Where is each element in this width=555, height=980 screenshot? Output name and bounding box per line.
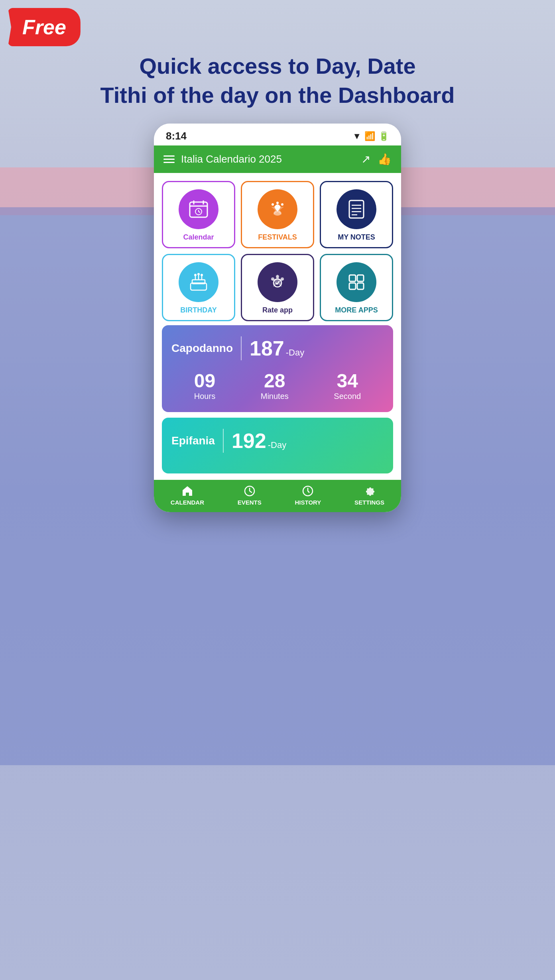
nav-settings-icon <box>363 485 376 497</box>
hamburger-icon[interactable] <box>163 155 175 163</box>
battery-icon: 🔋 <box>378 131 389 141</box>
moreapps-label: MORE APPS <box>335 306 378 314</box>
svg-rect-12 <box>349 200 364 218</box>
countdown-section: Capodanno 187 -Day 09 Hours 28 Minutes 3… <box>154 325 401 480</box>
mynotes-icon-circle <box>337 189 376 229</box>
calendar-icon-circle <box>179 189 218 229</box>
capodanno-days-label: -Day <box>286 348 304 358</box>
wifi-icon: ▼ <box>352 131 361 141</box>
svg-point-24 <box>201 274 203 276</box>
moreapps-card[interactable]: MORE APPS <box>320 254 393 321</box>
app-header-left: Italia Calendario 2025 <box>163 153 282 165</box>
svg-line-6 <box>199 212 200 212</box>
mynotes-card[interactable]: MY NOTES <box>320 181 393 248</box>
capodanno-days: 187 -Day <box>250 336 304 360</box>
free-badge: Free <box>8 8 81 46</box>
countdown-card-capodanno: Capodanno 187 -Day 09 Hours 28 Minutes 3… <box>162 325 393 412</box>
rateapp-icon-circle <box>258 262 297 302</box>
countdown-top-2: Epifania 192 -Day <box>171 429 384 453</box>
mynotes-svg-icon <box>346 199 367 220</box>
app-header: Italia Calendario 2025 ↗ 👍 <box>154 145 401 173</box>
capodanno-seconds: 34 Second <box>334 370 361 401</box>
epifania-days: 192 -Day <box>232 429 286 453</box>
bottom-nav: CALENDAR EVENTS HISTORY SETTINGS <box>154 480 401 512</box>
capodanno-minutes-label: Minutes <box>261 392 289 401</box>
capodanno-hours-label: Hours <box>194 392 215 401</box>
nav-history-icon <box>301 485 314 497</box>
countdown-divider-2 <box>223 429 224 453</box>
birthday-label: BIRTHDAY <box>180 306 216 314</box>
svg-point-28 <box>281 277 284 281</box>
headline-line1: Quick access to Day, Date <box>24 52 531 81</box>
countdown-divider-1 <box>241 336 242 360</box>
capodanno-minutes-num: 28 <box>261 370 289 392</box>
festivals-label: FESTIVALS <box>258 233 297 242</box>
capodanno-days-num: 187 <box>250 336 284 360</box>
svg-point-22 <box>194 274 197 276</box>
calendar-label: Calendar <box>183 233 214 242</box>
rateapp-svg-icon <box>267 272 288 293</box>
nav-calendar-label: CALENDAR <box>171 499 204 506</box>
moreapps-svg-icon <box>346 272 367 293</box>
signal-icon: 📶 <box>364 131 375 141</box>
nav-events-label: EVENTS <box>238 499 262 506</box>
nav-events-icon <box>243 485 256 497</box>
svg-point-27 <box>271 277 274 281</box>
icon-grid: Calendar FESTIVALS <box>154 173 401 325</box>
calendar-card[interactable]: Calendar <box>162 181 235 248</box>
svg-rect-31 <box>357 275 364 281</box>
nav-settings-label: SETTINGS <box>354 499 384 506</box>
rateapp-label: Rate app <box>262 306 293 314</box>
status-icons: ▼ 📶 🔋 <box>352 131 389 141</box>
epifania-days-label: -Day <box>268 440 286 450</box>
festivals-icon-circle <box>258 189 297 229</box>
svg-point-10 <box>281 203 283 206</box>
svg-point-11 <box>276 202 279 204</box>
nav-events[interactable]: EVENTS <box>238 485 262 506</box>
capodanno-name: Capodanno <box>171 342 233 355</box>
capodanno-hours-num: 09 <box>194 370 215 392</box>
nav-history-label: HISTORY <box>295 499 321 506</box>
capodanno-seconds-label: Second <box>334 392 361 401</box>
mynotes-label: MY NOTES <box>338 233 375 242</box>
svg-point-9 <box>272 203 274 206</box>
countdown-card-epifania: Epifania 192 -Day <box>162 418 393 473</box>
svg-point-23 <box>197 273 200 275</box>
svg-rect-30 <box>349 275 356 281</box>
thumbsup-icon[interactable]: 👍 <box>378 153 392 166</box>
moreapps-icon-circle <box>337 262 376 302</box>
nav-calendar-icon <box>181 485 194 497</box>
birthday-svg-icon <box>188 272 209 293</box>
countdown-top-1: Capodanno 187 -Day <box>171 336 384 360</box>
share-icon[interactable]: ↗ <box>361 153 370 166</box>
capodanno-minutes: 28 Minutes <box>261 370 289 401</box>
nav-history[interactable]: HISTORY <box>295 485 321 506</box>
capodanno-time: 09 Hours 28 Minutes 34 Second <box>171 370 384 401</box>
nav-calendar[interactable]: CALENDAR <box>171 485 204 506</box>
epifania-name: Epifania <box>171 434 215 447</box>
nav-settings[interactable]: SETTINGS <box>354 485 384 506</box>
festivals-card[interactable]: FESTIVALS <box>241 181 314 248</box>
epifania-days-num: 192 <box>232 429 266 453</box>
status-time: 8:14 <box>166 130 187 142</box>
status-bar: 8:14 ▼ 📶 🔋 <box>154 124 401 145</box>
app-title: Italia Calendario 2025 <box>181 153 282 165</box>
capodanno-seconds-num: 34 <box>334 370 361 392</box>
rateapp-card[interactable]: Rate app <box>241 254 314 321</box>
svg-line-39 <box>308 491 309 493</box>
birthday-icon-circle <box>179 262 218 302</box>
svg-point-29 <box>276 275 279 278</box>
svg-rect-33 <box>357 283 364 289</box>
svg-line-36 <box>250 491 252 493</box>
capodanno-hours: 09 Hours <box>194 370 215 401</box>
headline: Quick access to Day, Date Tithi of the d… <box>0 52 555 110</box>
festivals-svg-icon <box>267 199 288 220</box>
app-header-right: ↗ 👍 <box>361 153 392 166</box>
calendar-svg-icon <box>188 199 209 220</box>
svg-rect-32 <box>349 283 356 289</box>
phone-frame: 8:14 ▼ 📶 🔋 Italia Calendario 2025 ↗ 👍 <box>154 124 401 512</box>
birthday-card[interactable]: BIRTHDAY <box>162 254 235 321</box>
headline-line2: Tithi of the day on the Dashboard <box>24 81 531 110</box>
